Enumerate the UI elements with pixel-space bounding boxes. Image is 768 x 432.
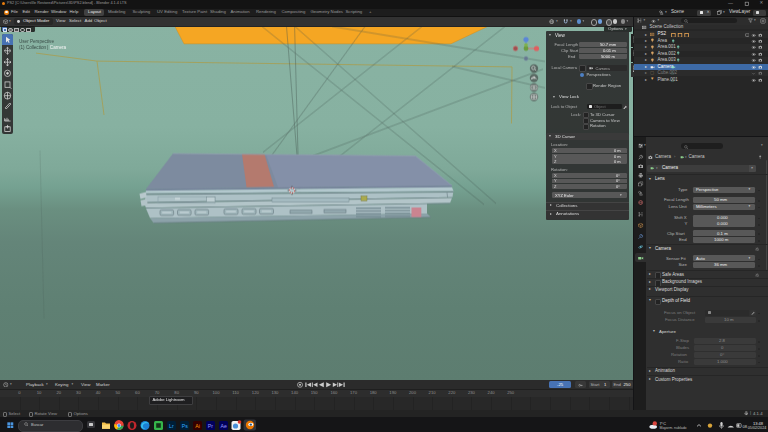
svg-text:05/02/2024: 05/02/2024 — [748, 426, 766, 430]
svg-text:Ae: Ae — [221, 423, 227, 429]
svg-text:7°C: 7°C — [660, 422, 667, 426]
svg-text:Ai: Ai — [195, 423, 200, 429]
svg-text:Ps: Ps — [182, 423, 188, 429]
svg-text:13:48: 13:48 — [753, 421, 764, 426]
svg-text:Lr: Lr — [169, 423, 174, 429]
svg-text:Mayorm. nublado: Mayorm. nublado — [660, 426, 687, 430]
svg-text:Pr: Pr — [208, 423, 213, 429]
